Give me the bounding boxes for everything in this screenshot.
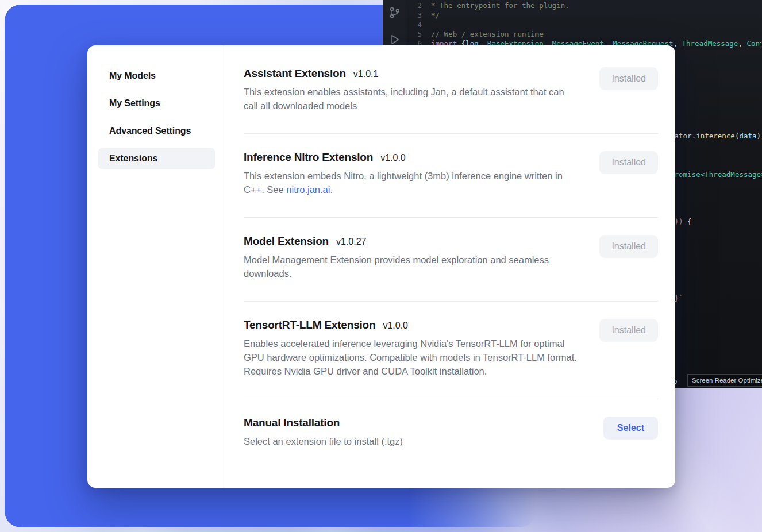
comment-text: // Web / extension runtime <box>431 30 544 40</box>
installed-button[interactable]: Installed <box>599 319 658 342</box>
screen-reader-notice[interactable]: Screen Reader Optimize <box>687 374 762 387</box>
line-number: 3 <box>409 11 422 21</box>
extension-row: Model Extension v1.0.27 Model Management… <box>244 217 658 301</box>
desktop-background: 2 * The entrypoint for the plugin. 3 */ … <box>0 0 762 532</box>
source-control-icon[interactable] <box>388 6 401 19</box>
code-fragment: rator.inference(data)); <box>670 132 762 141</box>
extensions-list: Assistant Extension v1.0.1 This extensio… <box>224 45 675 488</box>
settings-sidebar: My Models My Settings Advanced Settings … <box>87 45 224 488</box>
code-text: )); <box>757 132 762 140</box>
line-number: 4 <box>409 20 422 30</box>
punctuation-token: , <box>674 39 682 48</box>
sidebar-item-my-settings[interactable]: My Settings <box>98 92 215 114</box>
run-debug-icon[interactable] <box>388 33 401 46</box>
comment-text: */ <box>431 11 440 21</box>
code-line: 5 // Web / extension runtime <box>409 30 761 40</box>
extension-info: TensortRT-LLM Extension v1.0.0 Enables a… <box>244 319 578 378</box>
installed-button[interactable]: Installed <box>599 151 658 174</box>
identifier-token: ContentType <box>746 39 761 48</box>
line-number: 5 <box>409 30 422 40</box>
extension-description: Enables accelerated inference leveraging… <box>244 337 578 378</box>
code-line: 3 */ <box>409 11 761 21</box>
code-line: 4 <box>409 20 761 30</box>
sidebar-item-extensions[interactable]: Extensions <box>98 148 215 169</box>
extension-info: Model Extension v1.0.27 Model Management… <box>244 235 578 280</box>
extension-row: TensortRT-LLM Extension v1.0.0 Enables a… <box>244 301 658 399</box>
extension-title: Model Extension <box>244 235 329 248</box>
extension-version: v1.0.0 <box>380 153 406 163</box>
installed-button[interactable]: Installed <box>599 235 658 258</box>
nitro-link[interactable]: nitro.jan.ai. <box>286 184 333 195</box>
code-fragment: Promise<ThreadMessage> <box>670 170 762 180</box>
code-text: inference <box>696 132 735 140</box>
code-area: 2 * The entrypoint for the plugin. 3 */ … <box>409 1 761 49</box>
extension-description: This extension enables assistants, inclu… <box>244 85 578 113</box>
extension-row: Assistant Extension v1.0.1 This extensio… <box>244 50 658 133</box>
sidebar-item-my-models[interactable]: My Models <box>98 65 215 87</box>
extension-info: Inference Nitro Extension v1.0.0 This ex… <box>244 151 578 196</box>
select-button[interactable]: Select <box>603 417 658 440</box>
punctuation-token: , <box>738 39 746 48</box>
code-line: 2 * The entrypoint for the plugin. <box>409 1 761 11</box>
extension-title: Inference Nitro Extension <box>244 151 373 164</box>
extension-title: Assistant Extension <box>244 67 346 80</box>
extension-version: v1.0.1 <box>353 69 379 79</box>
extension-info: Manual Installation Select an extension … <box>244 417 403 448</box>
extension-version: v1.0.27 <box>336 237 366 247</box>
comment-text: * The entrypoint for the plugin. <box>431 1 569 11</box>
sidebar-item-advanced-settings[interactable]: Advanced Settings <box>98 120 215 142</box>
code-text: data <box>739 132 756 140</box>
installed-button[interactable]: Installed <box>599 67 658 90</box>
line-number: 2 <box>409 1 422 11</box>
extension-title: Manual Installation <box>244 417 340 429</box>
extension-version: v1.0.0 <box>383 321 408 331</box>
identifier-token: ThreadMessage <box>682 39 738 48</box>
extension-description: Select an extension file to install (.tg… <box>244 434 403 448</box>
extension-description: Model Management Extension provides mode… <box>244 253 578 280</box>
settings-modal: My Models My Settings Advanced Settings … <box>87 45 675 488</box>
extension-description: This extension embeds Nitro, a lightweig… <box>244 169 578 196</box>
extension-info: Assistant Extension v1.0.1 This extensio… <box>244 67 578 113</box>
extension-row: Inference Nitro Extension v1.0.0 This ex… <box>244 133 658 217</box>
extension-row: Manual Installation Select an extension … <box>244 399 658 469</box>
extension-title: TensortRT-LLM Extension <box>244 319 375 331</box>
code-text: { <box>683 217 692 226</box>
